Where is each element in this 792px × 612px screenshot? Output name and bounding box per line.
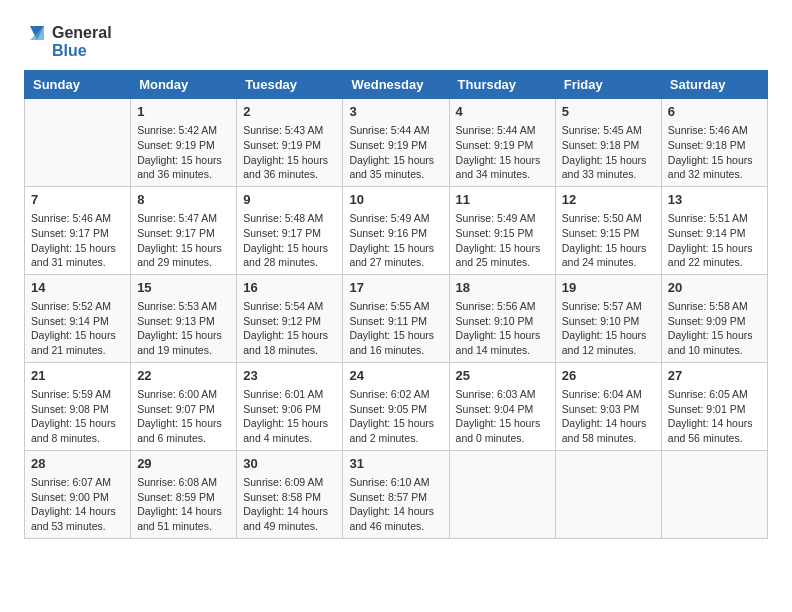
day-number: 5 <box>562 103 655 121</box>
calendar-header-row: SundayMondayTuesdayWednesdayThursdayFrid… <box>25 71 768 99</box>
day-number: 13 <box>668 191 761 209</box>
calendar-cell: 13Sunrise: 5:51 AM Sunset: 9:14 PM Dayli… <box>661 186 767 274</box>
calendar-cell: 22Sunrise: 6:00 AM Sunset: 9:07 PM Dayli… <box>131 362 237 450</box>
logo-svg: GeneralBlue <box>24 20 114 62</box>
calendar-cell: 27Sunrise: 6:05 AM Sunset: 9:01 PM Dayli… <box>661 362 767 450</box>
calendar-cell: 26Sunrise: 6:04 AM Sunset: 9:03 PM Dayli… <box>555 362 661 450</box>
calendar-cell: 24Sunrise: 6:02 AM Sunset: 9:05 PM Dayli… <box>343 362 449 450</box>
day-info: Sunrise: 6:08 AM Sunset: 8:59 PM Dayligh… <box>137 475 230 534</box>
column-header-friday: Friday <box>555 71 661 99</box>
page-header: GeneralBlue <box>24 20 768 62</box>
day-info: Sunrise: 6:05 AM Sunset: 9:01 PM Dayligh… <box>668 387 761 446</box>
calendar-cell: 15Sunrise: 5:53 AM Sunset: 9:13 PM Dayli… <box>131 274 237 362</box>
calendar-cell: 23Sunrise: 6:01 AM Sunset: 9:06 PM Dayli… <box>237 362 343 450</box>
day-info: Sunrise: 5:51 AM Sunset: 9:14 PM Dayligh… <box>668 211 761 270</box>
day-info: Sunrise: 5:52 AM Sunset: 9:14 PM Dayligh… <box>31 299 124 358</box>
calendar-cell: 16Sunrise: 5:54 AM Sunset: 9:12 PM Dayli… <box>237 274 343 362</box>
calendar-cell: 14Sunrise: 5:52 AM Sunset: 9:14 PM Dayli… <box>25 274 131 362</box>
day-info: Sunrise: 6:10 AM Sunset: 8:57 PM Dayligh… <box>349 475 442 534</box>
column-header-wednesday: Wednesday <box>343 71 449 99</box>
day-info: Sunrise: 5:55 AM Sunset: 9:11 PM Dayligh… <box>349 299 442 358</box>
calendar-cell: 30Sunrise: 6:09 AM Sunset: 8:58 PM Dayli… <box>237 450 343 538</box>
day-number: 11 <box>456 191 549 209</box>
calendar-week-row: 28Sunrise: 6:07 AM Sunset: 9:00 PM Dayli… <box>25 450 768 538</box>
day-info: Sunrise: 5:56 AM Sunset: 9:10 PM Dayligh… <box>456 299 549 358</box>
day-number: 2 <box>243 103 336 121</box>
day-number: 24 <box>349 367 442 385</box>
calendar-cell: 28Sunrise: 6:07 AM Sunset: 9:00 PM Dayli… <box>25 450 131 538</box>
day-info: Sunrise: 5:48 AM Sunset: 9:17 PM Dayligh… <box>243 211 336 270</box>
day-number: 25 <box>456 367 549 385</box>
calendar-week-row: 7Sunrise: 5:46 AM Sunset: 9:17 PM Daylig… <box>25 186 768 274</box>
day-info: Sunrise: 5:43 AM Sunset: 9:19 PM Dayligh… <box>243 123 336 182</box>
calendar-cell: 18Sunrise: 5:56 AM Sunset: 9:10 PM Dayli… <box>449 274 555 362</box>
day-number: 29 <box>137 455 230 473</box>
calendar-cell: 3Sunrise: 5:44 AM Sunset: 9:19 PM Daylig… <box>343 99 449 187</box>
day-info: Sunrise: 6:01 AM Sunset: 9:06 PM Dayligh… <box>243 387 336 446</box>
calendar-cell: 4Sunrise: 5:44 AM Sunset: 9:19 PM Daylig… <box>449 99 555 187</box>
calendar-cell: 20Sunrise: 5:58 AM Sunset: 9:09 PM Dayli… <box>661 274 767 362</box>
day-info: Sunrise: 6:04 AM Sunset: 9:03 PM Dayligh… <box>562 387 655 446</box>
day-info: Sunrise: 5:49 AM Sunset: 9:16 PM Dayligh… <box>349 211 442 270</box>
calendar-cell: 2Sunrise: 5:43 AM Sunset: 9:19 PM Daylig… <box>237 99 343 187</box>
day-info: Sunrise: 5:44 AM Sunset: 9:19 PM Dayligh… <box>456 123 549 182</box>
calendar-cell: 29Sunrise: 6:08 AM Sunset: 8:59 PM Dayli… <box>131 450 237 538</box>
day-number: 9 <box>243 191 336 209</box>
calendar-cell: 8Sunrise: 5:47 AM Sunset: 9:17 PM Daylig… <box>131 186 237 274</box>
day-number: 31 <box>349 455 442 473</box>
calendar-cell: 10Sunrise: 5:49 AM Sunset: 9:16 PM Dayli… <box>343 186 449 274</box>
logo: GeneralBlue <box>24 20 114 62</box>
svg-text:General: General <box>52 24 112 41</box>
day-info: Sunrise: 5:49 AM Sunset: 9:15 PM Dayligh… <box>456 211 549 270</box>
day-info: Sunrise: 5:46 AM Sunset: 9:17 PM Dayligh… <box>31 211 124 270</box>
day-number: 28 <box>31 455 124 473</box>
day-info: Sunrise: 5:58 AM Sunset: 9:09 PM Dayligh… <box>668 299 761 358</box>
day-number: 27 <box>668 367 761 385</box>
calendar-cell <box>25 99 131 187</box>
day-number: 26 <box>562 367 655 385</box>
column-header-saturday: Saturday <box>661 71 767 99</box>
svg-text:Blue: Blue <box>52 42 87 59</box>
calendar-cell: 17Sunrise: 5:55 AM Sunset: 9:11 PM Dayli… <box>343 274 449 362</box>
calendar-cell: 5Sunrise: 5:45 AM Sunset: 9:18 PM Daylig… <box>555 99 661 187</box>
calendar-week-row: 14Sunrise: 5:52 AM Sunset: 9:14 PM Dayli… <box>25 274 768 362</box>
day-number: 19 <box>562 279 655 297</box>
day-number: 17 <box>349 279 442 297</box>
calendar-cell: 9Sunrise: 5:48 AM Sunset: 9:17 PM Daylig… <box>237 186 343 274</box>
day-number: 30 <box>243 455 336 473</box>
calendar-cell <box>555 450 661 538</box>
calendar-cell: 21Sunrise: 5:59 AM Sunset: 9:08 PM Dayli… <box>25 362 131 450</box>
day-number: 22 <box>137 367 230 385</box>
day-number: 4 <box>456 103 549 121</box>
day-number: 8 <box>137 191 230 209</box>
day-number: 14 <box>31 279 124 297</box>
calendar-cell: 12Sunrise: 5:50 AM Sunset: 9:15 PM Dayli… <box>555 186 661 274</box>
day-info: Sunrise: 5:59 AM Sunset: 9:08 PM Dayligh… <box>31 387 124 446</box>
calendar-cell: 7Sunrise: 5:46 AM Sunset: 9:17 PM Daylig… <box>25 186 131 274</box>
day-info: Sunrise: 6:03 AM Sunset: 9:04 PM Dayligh… <box>456 387 549 446</box>
day-info: Sunrise: 5:47 AM Sunset: 9:17 PM Dayligh… <box>137 211 230 270</box>
day-info: Sunrise: 6:02 AM Sunset: 9:05 PM Dayligh… <box>349 387 442 446</box>
calendar-week-row: 1Sunrise: 5:42 AM Sunset: 9:19 PM Daylig… <box>25 99 768 187</box>
calendar-cell: 25Sunrise: 6:03 AM Sunset: 9:04 PM Dayli… <box>449 362 555 450</box>
day-number: 3 <box>349 103 442 121</box>
day-info: Sunrise: 6:09 AM Sunset: 8:58 PM Dayligh… <box>243 475 336 534</box>
day-number: 7 <box>31 191 124 209</box>
day-info: Sunrise: 5:42 AM Sunset: 9:19 PM Dayligh… <box>137 123 230 182</box>
calendar-cell: 19Sunrise: 5:57 AM Sunset: 9:10 PM Dayli… <box>555 274 661 362</box>
day-info: Sunrise: 6:07 AM Sunset: 9:00 PM Dayligh… <box>31 475 124 534</box>
day-number: 12 <box>562 191 655 209</box>
column-header-thursday: Thursday <box>449 71 555 99</box>
column-header-monday: Monday <box>131 71 237 99</box>
day-info: Sunrise: 5:45 AM Sunset: 9:18 PM Dayligh… <box>562 123 655 182</box>
column-header-sunday: Sunday <box>25 71 131 99</box>
day-number: 15 <box>137 279 230 297</box>
calendar-week-row: 21Sunrise: 5:59 AM Sunset: 9:08 PM Dayli… <box>25 362 768 450</box>
calendar-cell: 6Sunrise: 5:46 AM Sunset: 9:18 PM Daylig… <box>661 99 767 187</box>
day-info: Sunrise: 5:57 AM Sunset: 9:10 PM Dayligh… <box>562 299 655 358</box>
calendar-cell: 11Sunrise: 5:49 AM Sunset: 9:15 PM Dayli… <box>449 186 555 274</box>
day-number: 21 <box>31 367 124 385</box>
day-number: 20 <box>668 279 761 297</box>
day-info: Sunrise: 5:54 AM Sunset: 9:12 PM Dayligh… <box>243 299 336 358</box>
calendar-cell <box>661 450 767 538</box>
